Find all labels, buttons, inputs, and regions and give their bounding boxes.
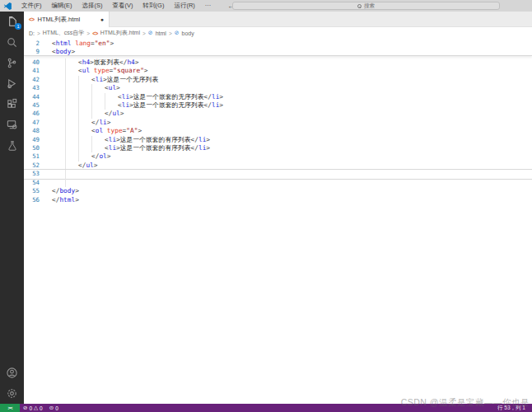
code-line[interactable]: 52</ul>	[24, 162, 532, 170]
menu-item-4[interactable]: 查看(V)	[108, 2, 138, 10]
ports-indicator[interactable]: ⊙ 0	[46, 405, 62, 411]
indent-guide-icon	[91, 110, 92, 118]
symbol-icon: ⊘	[148, 30, 153, 36]
sticky-line[interactable]: 9<body>	[24, 48, 532, 56]
indent-guide-icon	[78, 101, 79, 110]
code-text: <ul>	[52, 84, 532, 92]
run-debug-icon[interactable]	[0, 73, 24, 94]
line-number: 48	[24, 127, 52, 135]
code-text: <body>	[52, 48, 532, 56]
code-text: <li>这是一个嵌套的无序列表</li>	[52, 101, 532, 110]
explorer-icon[interactable]: 1	[0, 12, 24, 32]
code-line[interactable]: 45<li>这是一个嵌套的无序列表</li>	[24, 101, 532, 110]
line-number: 43	[24, 84, 52, 92]
line-number: 44	[24, 93, 52, 101]
line-number: 45	[24, 101, 52, 110]
code-text: <li>这是一个嵌套的有序列表</li>	[52, 136, 532, 144]
indent-guide-icon	[91, 84, 92, 92]
code-line[interactable]: 42<li>这是一个无序列表	[24, 76, 532, 84]
breadcrumb-symbol-body[interactable]: body	[182, 30, 194, 36]
indent-guide-icon	[65, 110, 66, 118]
line-number: 51	[24, 152, 52, 161]
indent-guide-icon	[78, 144, 79, 152]
line-number: 56	[24, 196, 52, 204]
breadcrumb-file[interactable]: HTML列表.html	[100, 29, 140, 37]
html-file-icon: <>	[92, 30, 98, 36]
remote-explorer-icon[interactable]	[0, 115, 24, 135]
indent-guide-icon	[105, 93, 105, 101]
code-line[interactable]: 56</html>	[24, 196, 532, 204]
menu-item-2[interactable]: 编辑(E)	[47, 2, 77, 10]
problems-indicator[interactable]: ⊘ 0 △ 0	[20, 405, 46, 411]
code-line[interactable]: 41<ul type="square">	[24, 67, 532, 75]
indent-guide-icon	[78, 110, 79, 118]
source-control-icon[interactable]	[0, 53, 24, 73]
tab-bar: <> HTML列表.html ●	[24, 12, 532, 27]
status-bar: >< ⊘ 0 △ 0 ⊙ 0 行 53，列 1	[0, 404, 532, 412]
breadcrumb-folder[interactable]: HTML、css自学	[43, 29, 85, 37]
code-line[interactable]: 46</ul>	[24, 110, 532, 118]
line-number: 41	[24, 67, 52, 75]
menu-item-1[interactable]: 文件(F)	[16, 2, 47, 10]
code-area[interactable]: 40<h4>嵌套列表</h4>41<ul type="square">42<li…	[24, 56, 532, 406]
indent-guide-icon	[105, 101, 105, 110]
code-line[interactable]: 50<li>这是一个嵌套的有序列表</li>	[24, 144, 532, 152]
sticky-line[interactable]: 2<html lang="en">	[24, 40, 532, 48]
code-text: <h4>嵌套列表</h4>	[52, 59, 532, 67]
line-number: 50	[24, 144, 52, 152]
code-line[interactable]: 49<li>这是一个嵌套的有序列表</li>	[24, 136, 532, 144]
ports-icon: ⊙	[49, 405, 54, 411]
html-file-icon: <>	[29, 16, 35, 22]
code-line[interactable]: 40<h4>嵌套列表</h4>	[24, 59, 532, 67]
tab-html-list[interactable]: <> HTML列表.html ●	[24, 12, 110, 27]
indent-guide-icon	[91, 101, 92, 110]
remote-icon: ><	[7, 405, 12, 410]
line-number: 40	[24, 59, 52, 67]
search-sidebar-icon[interactable]	[0, 32, 24, 53]
breadcrumb-separator: >	[86, 30, 90, 36]
modified-dot-icon[interactable]: ●	[100, 16, 104, 22]
code-line[interactable]: 54	[24, 179, 532, 187]
remote-indicator[interactable]: ><	[0, 404, 20, 412]
code-line[interactable]: 43<ul>	[24, 84, 532, 92]
menu-item-6[interactable]: 运行(R)	[169, 2, 199, 10]
command-center-search[interactable]: 搜索	[232, 2, 500, 10]
indent-guide-icon	[78, 152, 79, 161]
symbol-icon: ⊘	[175, 30, 180, 36]
testing-icon[interactable]	[0, 135, 24, 156]
code-line[interactable]: 47</li>	[24, 119, 532, 127]
indent-guide-icon	[78, 127, 79, 135]
search-placeholder: 搜索	[364, 2, 375, 10]
indent-guide-icon	[65, 59, 66, 67]
extensions-icon[interactable]	[0, 94, 24, 115]
indent-guide-icon	[65, 144, 66, 152]
code-line[interactable]: 48<ol type="A">	[24, 127, 532, 135]
breadcrumb: D: > HTML、css自学 > <> HTML列表.html > ⊘ htm…	[24, 27, 532, 39]
code-text: <li>这是一个嵌套的无序列表</li>	[52, 93, 532, 101]
code-text: <ol type="A">	[52, 127, 532, 135]
breadcrumb-drive[interactable]: D:	[29, 30, 35, 36]
settings-gear-icon[interactable]	[0, 383, 24, 404]
code-line[interactable]: 51</ol>	[24, 152, 532, 161]
code-line[interactable]: 55</body>	[24, 187, 532, 195]
breadcrumb-separator: >	[169, 30, 172, 36]
menu-item-5[interactable]: 转到(G)	[138, 2, 170, 10]
explorer-badge: 1	[15, 23, 21, 30]
cursor-position[interactable]: 行 53，列 1	[497, 405, 525, 412]
indent-guide-icon	[78, 84, 79, 92]
code-text: </ul>	[52, 110, 532, 118]
code-text: </ol>	[52, 152, 532, 161]
code-line[interactable]: 44<li>这是一个嵌套的无序列表</li>	[24, 93, 532, 101]
warning-icon: △	[34, 405, 38, 411]
indent-guide-icon	[65, 127, 66, 135]
menu-item-7[interactable]: ···	[200, 2, 217, 10]
title-bar: 文件(F)编辑(E)选择(S)查看(V)转到(G)运行(R)··· ← → 搜索	[0, 0, 532, 12]
code-text: </html>	[52, 196, 532, 204]
indent-guide-icon	[78, 119, 79, 127]
breadcrumb-symbol-html[interactable]: html	[156, 30, 166, 36]
account-icon[interactable]	[0, 363, 24, 383]
line-number: 49	[24, 136, 52, 144]
code-line[interactable]: 53	[24, 170, 532, 178]
ports-count: 0	[55, 405, 58, 411]
menu-item-3[interactable]: 选择(S)	[77, 2, 108, 10]
